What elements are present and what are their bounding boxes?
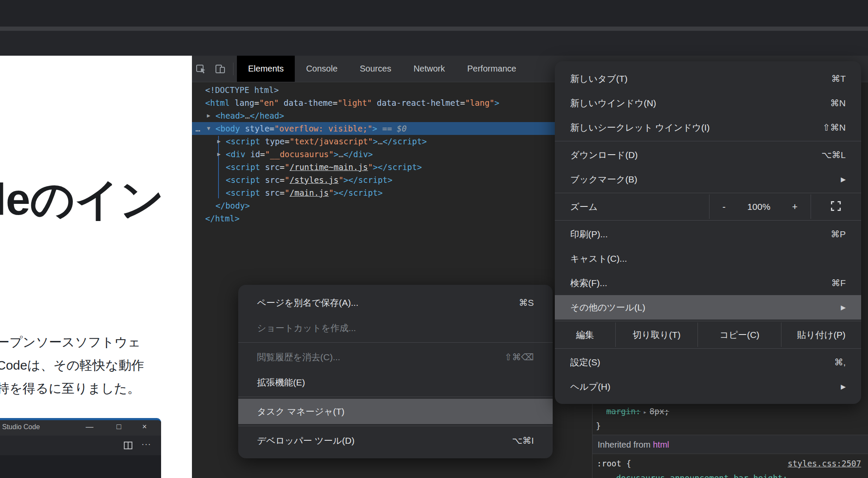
- vscode-title: Studio Code: [2, 423, 40, 431]
- code-segment: [260, 175, 265, 185]
- main-menu-item-help[interactable]: ヘルプ(H)▶: [555, 374, 861, 399]
- devtools-tabs: ElementsConsoleSourcesNetworkPerformance: [237, 56, 527, 82]
- dom-tree-node[interactable]: <html lang="en" data-theme="light" data-…: [192, 96, 592, 109]
- code-segment: …: [378, 137, 383, 146]
- browser-toolbar: G シークレット: [0, 31, 868, 56]
- main-menu-item-settings[interactable]: 設定(S)⌘,: [555, 350, 861, 374]
- menu-item-paste[interactable]: 貼り付け(P): [781, 323, 861, 347]
- expanded-arrow-icon[interactable]: ▼: [207, 122, 210, 135]
- zoom-in-button[interactable]: +: [788, 201, 802, 212]
- menu-item-label: ダウンロード(D): [570, 149, 808, 161]
- main-menu-item-find[interactable]: 検索(F)...⌘F: [555, 271, 861, 295]
- main-menu-item-bookmarks[interactable]: ブックマーク(B)▶: [555, 167, 861, 191]
- css-custom-property[interactable]: --docusaurus-announcement-bar-height:: [593, 471, 868, 478]
- submenu-separator: [238, 397, 553, 397]
- expand-shorthand-icon[interactable]: ▸: [641, 408, 650, 416]
- collapsed-arrow-icon[interactable]: ▶: [217, 135, 221, 148]
- submenu-item-extensions[interactable]: 拡張機能(E): [238, 370, 553, 395]
- inspect-element-icon[interactable]: [192, 56, 211, 82]
- code-segment: ": [338, 175, 343, 185]
- code-segment: <script: [226, 162, 260, 172]
- tab-network[interactable]: Network: [402, 56, 456, 82]
- fullscreen-button[interactable]: [811, 194, 861, 219]
- menu-item-label: タスク マネージャ(T): [257, 406, 534, 418]
- css-selector: :root: [597, 459, 621, 468]
- close-icon: ×: [142, 422, 147, 431]
- menu-item-label: ブックマーク(B): [570, 173, 828, 185]
- code-segment: ": [329, 188, 333, 197]
- submenu-item-save-page-as[interactable]: ページを別名で保存(A)...⌘S: [238, 290, 553, 315]
- menu-item-label: 閲覧履歴を消去(C)...: [257, 351, 492, 363]
- dom-tree-node[interactable]: <script src="/main.js"></script>: [192, 186, 592, 199]
- tab-console[interactable]: Console: [295, 56, 348, 82]
- submenu-item-developer-tools[interactable]: デベロッパー ツール(D)⌥⌘I: [238, 428, 553, 453]
- vscode-screenshot: Studio Code — □ × ··· s avaScript, Pytho…: [0, 418, 161, 478]
- main-menu-separator: [555, 141, 861, 141]
- tab-elements[interactable]: Elements: [237, 56, 295, 82]
- code-segment: >: [334, 149, 338, 159]
- menu-item-label: 拡張機能(E): [257, 376, 534, 388]
- zoom-out-button[interactable]: -: [718, 201, 730, 212]
- menu-item-edit-row: 編集切り取り(T)コピー(C)貼り付け(P): [555, 323, 861, 347]
- collapsed-arrow-icon[interactable]: ▶: [217, 148, 221, 161]
- code-segment: src: [265, 188, 280, 197]
- inherited-selector[interactable]: html: [653, 440, 669, 449]
- dom-tree-node[interactable]: <script src="/runtime~main.js"></script>: [192, 161, 592, 173]
- dom-tree-node[interactable]: </html>: [192, 212, 592, 225]
- submenu-item-create-shortcut[interactable]: ショートカットを作成...: [238, 315, 553, 341]
- dom-tree-node[interactable]: ▶<script type="text/javascript">…</scrip…: [192, 135, 592, 148]
- main-menu-item-print[interactable]: 印刷(P)...⌘P: [555, 222, 861, 246]
- dom-tree-node[interactable]: <!DOCTYPE html>: [192, 84, 592, 96]
- node-actions-ellipsis[interactable]: …: [195, 122, 200, 135]
- paragraph-line: 持を得るに至りました。: [0, 377, 144, 400]
- menu-item-shortcut: ⌥⌘L: [821, 150, 846, 160]
- menu-item-copy[interactable]: コピー(C): [697, 323, 781, 347]
- code-segment: </script>: [383, 137, 427, 146]
- code-segment: =: [269, 124, 274, 133]
- submenu-item-task-manager[interactable]: タスク マネージャ(T): [238, 399, 553, 424]
- main-menu-item-cast[interactable]: キャスト(C)...: [555, 246, 861, 271]
- main-menu-separator: [555, 348, 861, 349]
- dom-tree-node[interactable]: </body>: [192, 199, 592, 212]
- vscode-body: s avaScript, Python, PHP, Azure, Docker.…: [0, 455, 161, 478]
- dom-tree-node[interactable]: ▶<head>…</head>: [192, 109, 592, 122]
- code-segment: ></script>: [344, 175, 392, 185]
- code-segment: [240, 124, 245, 133]
- page-paragraph: ープンソースソフトウェ Codeは、その軽快な動作 持を得るに至りました。: [0, 331, 144, 400]
- code-segment: [230, 98, 234, 108]
- device-toolbar-icon[interactable]: [211, 56, 230, 82]
- menu-item-shortcut: ⌘P: [831, 229, 846, 239]
- css-declaration-overridden[interactable]: margin:▸8px;: [593, 404, 868, 418]
- collapsed-arrow-icon[interactable]: ▶: [207, 109, 210, 122]
- tab-sources[interactable]: Sources: [349, 56, 402, 82]
- dom-tree-node[interactable]: <script src="/styles.js"></script>: [192, 173, 592, 186]
- vscode-editor-actions: ···: [0, 436, 161, 455]
- code-segment: <div: [226, 149, 245, 159]
- main-menu-item-new-incognito-window[interactable]: 新しいシークレット ウインドウ(I)⇧⌘N: [555, 115, 861, 140]
- code-segment: =: [260, 149, 265, 159]
- main-menu-item-downloads[interactable]: ダウンロード(D)⌥⌘L: [555, 143, 861, 167]
- menu-item-shortcut: ⇧⌘⌫: [505, 352, 534, 362]
- main-menu-item-new-tab[interactable]: 新しいタブ(T)⌘T: [555, 66, 861, 91]
- code-segment: >: [494, 98, 499, 108]
- tab-performance[interactable]: Performance: [456, 56, 528, 82]
- paragraph-line: Codeは、その軽快な動作: [0, 354, 144, 377]
- code-segment: src: [265, 175, 280, 185]
- menu-item-label: ショートカットを作成...: [257, 322, 534, 334]
- code-segment: <head>: [216, 111, 245, 120]
- menu-item-shortcut: ⌘,: [834, 357, 846, 367]
- code-segment: <script: [226, 137, 260, 146]
- main-menu-item-more-tools[interactable]: その他のツール(L)▶: [555, 295, 861, 320]
- submenu-item-clear-browsing-data[interactable]: 閲覧履歴を消去(C)...⇧⌘⌫: [238, 344, 553, 370]
- stylesheet-source-link[interactable]: styles.css:2507: [787, 456, 861, 471]
- open-brace: {: [621, 459, 631, 468]
- dom-tree-node[interactable]: …▼<body style="overflow: visible;"> == $…: [192, 122, 592, 135]
- main-menu-separator: [555, 193, 861, 193]
- code-segment: /styles.js: [290, 175, 338, 185]
- menu-item-label: 新しいシークレット ウインドウ(I): [570, 122, 810, 134]
- main-menu-item-new-window[interactable]: 新しいウインドウ(N)⌘N: [555, 91, 861, 115]
- code-segment: "__docusaurus": [265, 149, 334, 159]
- toolbar-divider: [0, 27, 868, 31]
- menu-item-cut[interactable]: 切り取り(T): [615, 323, 697, 347]
- dom-tree-node[interactable]: ▶<div id="__docusaurus">…</div>: [192, 148, 592, 161]
